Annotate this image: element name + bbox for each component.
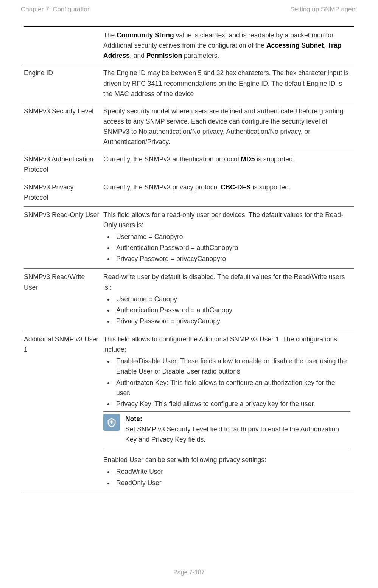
desc-cell: The Community String value is clear text… bbox=[103, 27, 354, 65]
text: Currently, the SNMPv3 privacy protocol bbox=[103, 183, 221, 191]
attr-cell: SNMPv3 Read-Only User bbox=[24, 206, 103, 269]
page: Chapter 7: Configuration Setting up SNMP… bbox=[0, 0, 378, 588]
bold-text: CBC-DES bbox=[221, 183, 251, 191]
bullet-list: ReadWrite User ReadOnly User bbox=[103, 467, 350, 488]
bullet-list: Enable/Disable User: These fields allow … bbox=[103, 356, 350, 409]
table-row: SNMPv3 Read-Only User This field allows … bbox=[24, 206, 354, 269]
list-item: Privacy Password = privacyCanopyro bbox=[114, 254, 350, 264]
attr-cell: SNMPv3 Security Level bbox=[24, 103, 103, 151]
list-item: ReadWrite User bbox=[114, 467, 350, 477]
text: , bbox=[324, 42, 328, 49]
desc-cell: Currently, the SNMPv3 authentication pro… bbox=[103, 151, 354, 179]
list-item: Privacy Password = privacyCanopy bbox=[114, 316, 350, 326]
list-item: Authorizaton Key: This field allows to c… bbox=[114, 378, 350, 398]
table-row: SNMPv3 Authentication Protocol Currently… bbox=[24, 151, 354, 179]
attr-cell: SNMPv3 Authentication Protocol bbox=[24, 151, 103, 179]
bullet-list: Username = Canopyro Authentication Passw… bbox=[103, 232, 350, 264]
desc-cell: This field allows for a read-only user p… bbox=[103, 206, 354, 269]
list-item: Authentication Password = authCanopy bbox=[114, 305, 350, 315]
header-left: Chapter 7: Configuration bbox=[21, 6, 91, 13]
text: , and bbox=[130, 52, 146, 59]
text: parameters. bbox=[182, 52, 219, 59]
table-row: SNMPv3 Security Level Specify security m… bbox=[24, 103, 354, 151]
table-row: Additional SNMP v3 User 1 This field all… bbox=[24, 331, 354, 493]
attributes-table: The Community String value is clear text… bbox=[24, 26, 354, 493]
list-item: Username = Canopyro bbox=[114, 232, 350, 242]
table-row: SNMPv3 Read/Write User Read-write user b… bbox=[24, 269, 354, 331]
attr-cell: Engine ID bbox=[24, 65, 103, 103]
text: Enabled User can be set with following p… bbox=[103, 455, 350, 465]
text: Read-write user by default is disabled. … bbox=[103, 272, 350, 292]
bullet-list: Username = Canopy Authentication Passwor… bbox=[103, 294, 350, 326]
table-row: SNMPv3 Privacy Protocol Currently, the S… bbox=[24, 179, 354, 206]
text: The bbox=[103, 31, 117, 39]
desc-cell: The Engine ID may be between 5 and 32 he… bbox=[103, 65, 354, 103]
list-item: Username = Canopy bbox=[114, 294, 350, 304]
text: This field allows to configure the Addit… bbox=[103, 334, 350, 355]
note-text-block: Note: Set SNMP v3 Security Level field t… bbox=[125, 414, 350, 445]
header-right: Setting up SNMP agent bbox=[290, 6, 357, 13]
list-item: ReadOnly User bbox=[114, 478, 350, 488]
note-body: Set SNMP v3 Security Level field to :aut… bbox=[125, 424, 350, 445]
text: is supported. bbox=[251, 183, 291, 191]
note-label: Note: bbox=[125, 414, 350, 424]
table-row: Engine ID The Engine ID may be between 5… bbox=[24, 65, 354, 103]
attr-cell: SNMPv3 Privacy Protocol bbox=[24, 179, 103, 206]
list-item: Authentication Password = authCanopyro bbox=[114, 243, 350, 253]
text: This field allows for a read-only user p… bbox=[103, 210, 350, 230]
page-header: Chapter 7: Configuration Setting up SNMP… bbox=[21, 6, 357, 13]
bold-text: Community String bbox=[117, 31, 174, 39]
attr-cell: SNMPv3 Read/Write User bbox=[24, 269, 103, 331]
bold-text: Permission bbox=[146, 52, 182, 59]
desc-cell: Read-write user by default is disabled. … bbox=[103, 269, 354, 331]
bold-text: MD5 bbox=[241, 155, 255, 163]
desc-cell: Specify security model where users are d… bbox=[103, 103, 354, 151]
content-area: The Community String value is clear text… bbox=[21, 26, 357, 493]
attr-cell-empty bbox=[24, 27, 103, 65]
note-icon bbox=[103, 414, 120, 431]
table-row: The Community String value is clear text… bbox=[24, 27, 354, 65]
note-box: Note: Set SNMP v3 Security Level field t… bbox=[103, 411, 350, 448]
desc-cell: Currently, the SNMPv3 privacy protocol C… bbox=[103, 179, 354, 206]
page-footer: Page 7-187 bbox=[0, 569, 378, 576]
text: is supported. bbox=[255, 155, 294, 163]
desc-cell: This field allows to configure the Addit… bbox=[103, 331, 354, 493]
list-item: Privacy Key: This field allows to config… bbox=[114, 399, 350, 409]
text: Currently, the SNMPv3 authentication pro… bbox=[103, 155, 241, 163]
list-item: Enable/Disable User: These fields allow … bbox=[114, 356, 350, 377]
attr-cell: Additional SNMP v3 User 1 bbox=[24, 331, 103, 493]
bold-text: Accessing Subnet bbox=[266, 42, 324, 49]
